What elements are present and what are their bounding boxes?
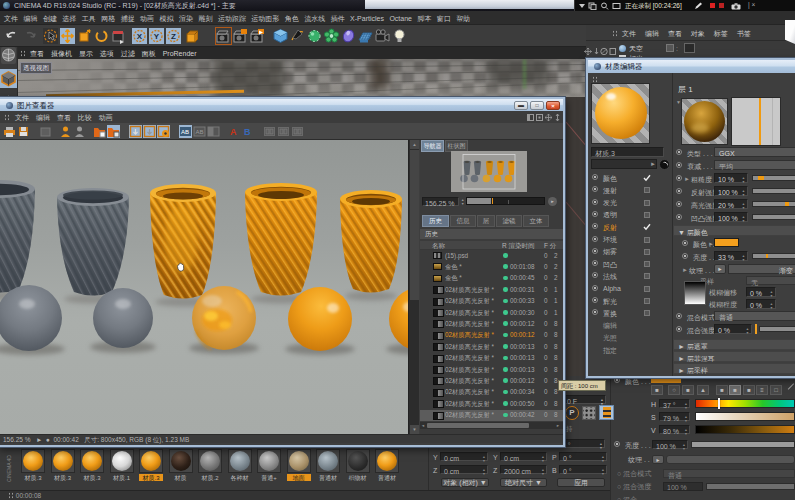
svg-text:AB: AB	[181, 129, 189, 135]
svg-text:AB: AB	[195, 129, 203, 135]
svg-text:B: B	[244, 127, 251, 137]
svg-text:Z: Z	[171, 32, 176, 41]
svg-text:A: A	[230, 127, 237, 137]
svg-text:Y: Y	[154, 32, 160, 41]
svg-text:X: X	[137, 32, 143, 41]
